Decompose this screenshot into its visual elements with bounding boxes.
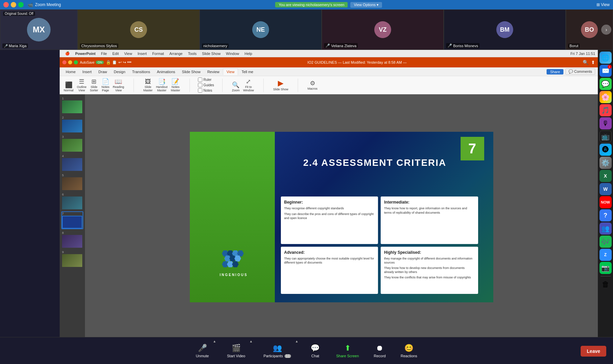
facetime-icon[interactable]: 📷 — [600, 262, 612, 274]
pp-fullscreen-btn[interactable] — [74, 60, 78, 64]
thumb-3[interactable]: 3 — [61, 134, 83, 152]
pp-share-icon[interactable]: ⬆ — [591, 60, 595, 65]
tools-menu[interactable]: Tools — [185, 50, 199, 57]
tab-tellme[interactable]: Tell me — [238, 69, 257, 75]
guides-checkbox[interactable]: Guides — [198, 83, 214, 87]
help-icon[interactable]: ? — [600, 209, 612, 221]
messages-icon[interactable]: 💬 — [600, 78, 612, 90]
tab-view[interactable]: View — [223, 68, 238, 75]
slideshow-menu[interactable]: Slide Show — [199, 50, 223, 57]
slideshow-play-btn[interactable]: ▶ Slide Show — [272, 78, 290, 92]
thumb-4[interactable]: 4 — [61, 154, 83, 172]
view-options-button[interactable]: View Options ▾ — [350, 2, 382, 8]
tab-insert[interactable]: Insert — [79, 69, 95, 75]
unmute-button[interactable]: 🎤 Unmute — [192, 341, 213, 361]
macros-btn[interactable]: ⚙ Macros — [306, 79, 319, 91]
thumb-8[interactable]: 8 — [61, 231, 83, 248]
notes-master-btn[interactable]: 📝 NotesMaster — [170, 77, 182, 93]
photos-icon[interactable]: 🌸 — [600, 91, 612, 103]
window-menu[interactable]: Window — [223, 50, 242, 57]
leave-button[interactable]: Leave — [581, 346, 606, 357]
unmute-arrow[interactable]: ▲ — [213, 339, 216, 343]
tab-design[interactable]: Design — [111, 69, 129, 75]
tv-icon[interactable]: 📺 — [600, 130, 612, 143]
participant-tile-chrysostomos[interactable]: CS Chrysostomos Stylios — [78, 9, 200, 50]
pp-close-btn[interactable] — [62, 60, 66, 64]
tab-home[interactable]: Home — [62, 69, 79, 75]
tab-review[interactable]: Review — [204, 69, 223, 75]
autosave-toggle[interactable]: ON — [96, 61, 104, 64]
handout-master-btn[interactable]: 📑 HandoutMaster — [155, 77, 169, 93]
thumb-7[interactable]: 7 — [61, 211, 83, 229]
safari-icon[interactable]: 🌐 — [600, 52, 612, 64]
thumb-6[interactable]: 6 — [61, 192, 83, 210]
pp-search-icon[interactable]: 🔍 — [583, 60, 588, 65]
participant-tile-boriss[interactable]: BM 🎤Boriss Misnevs — [444, 9, 566, 50]
thumb-9[interactable]: 9 — [61, 250, 83, 268]
sound-badge: Original Sound: Off — [3, 11, 35, 16]
appstore-icon[interactable]: 🅐 — [600, 144, 612, 156]
thumbnails-panel: 1 2 3 4 5 6 7 8 — [60, 94, 85, 355]
share-screen-button[interactable]: ⬆ Share Screen — [332, 341, 363, 361]
slide-canvas[interactable]: INGENIOUS 7 2.4 ASSESSMENT CRITERIA Begi… — [85, 94, 598, 340]
slide-master-btn[interactable]: 🖼 SlideMaster — [142, 78, 154, 93]
thumb-1[interactable]: 1 — [61, 96, 83, 114]
view-normal-btn[interactable]: ⬛ Normal — [62, 81, 75, 93]
next-participant-button[interactable]: › — [601, 25, 611, 35]
help-menu[interactable]: Help — [242, 50, 255, 57]
maximize-button[interactable] — [18, 2, 24, 7]
start-video-button[interactable]: 🎬 Start Video — [223, 341, 249, 361]
insert-menu[interactable]: Insert — [135, 50, 150, 57]
participant-tile-veliana[interactable]: VZ 🎤Veliana Zlateva — [322, 9, 444, 50]
apple-menu[interactable]: 🍎 — [62, 50, 72, 57]
mail-icon[interactable]: ✉️ 1 — [600, 65, 612, 77]
participant-tile-maria[interactable]: MX 🎤 Maria Xiga Original Sound: Off — [0, 9, 78, 50]
file-menu[interactable]: File — [98, 50, 110, 57]
arrange-menu[interactable]: Arrange — [167, 50, 185, 57]
format-menu[interactable]: Format — [149, 50, 167, 57]
video-arrow[interactable]: ▲ — [250, 339, 253, 343]
fit-window-btn[interactable]: ⤢ Fit toWindow — [242, 77, 255, 93]
close-button[interactable] — [3, 2, 9, 7]
notes-checkbox[interactable]: Notes — [198, 88, 214, 93]
thumb-5[interactable]: 5 — [61, 173, 83, 191]
spotify-icon[interactable]: 🎶 — [600, 236, 612, 248]
settings-icon[interactable]: ⚙️ — [600, 157, 612, 169]
chat-button[interactable]: 💬 Chat — [305, 341, 325, 361]
view-reading-btn[interactable]: 📖 ReadingView — [112, 77, 126, 93]
avatar-chrysostomos: CS — [130, 21, 147, 38]
view-notes-btn[interactable]: 📄 NotesPage — [100, 77, 111, 93]
teams-icon[interactable]: 👥 — [600, 222, 612, 235]
pp-minimize-btn[interactable] — [68, 60, 72, 64]
music-icon[interactable]: 🎵 — [600, 104, 612, 116]
participants-arrow[interactable]: ▲ — [295, 339, 298, 343]
tab-transitions[interactable]: Transitions — [129, 69, 153, 75]
participants-button[interactable]: 👥 Participants 11 — [259, 341, 295, 361]
pp-comments-button[interactable]: 💬 Comments — [565, 68, 595, 75]
minimize-button[interactable] — [11, 2, 16, 7]
intermediate-point-1: They know how to report, give informatio… — [384, 206, 475, 215]
tab-draw[interactable]: Draw — [95, 69, 111, 75]
view-outline-btn[interactable]: ☰ OutlineView — [76, 77, 88, 93]
podcasts-icon[interactable]: 🎙 — [600, 117, 612, 129]
trash-icon[interactable]: 🗑 — [600, 278, 612, 291]
edit-menu[interactable]: Edit — [110, 50, 121, 57]
ruler-checkbox[interactable]: Ruler — [198, 78, 214, 82]
tab-slideshow[interactable]: Slide Show — [179, 69, 204, 75]
beginner-point-2: They can describe the pros and cons of d… — [284, 212, 375, 220]
zoom-btn[interactable]: 🔍 Zoom — [231, 81, 241, 93]
record-button[interactable]: ⏺ Record — [370, 341, 390, 361]
pp-share-button[interactable]: Share — [547, 69, 563, 74]
excel-icon[interactable]: X — [600, 170, 612, 182]
tab-animations[interactable]: Animations — [153, 69, 178, 75]
word-icon[interactable]: W — [600, 183, 612, 195]
now-icon[interactable]: NOW — [600, 196, 612, 208]
thumb-2[interactable]: 2 — [61, 115, 83, 133]
view-menu[interactable]: View — [121, 50, 135, 57]
microphone-off-icon: 🎤 — [198, 344, 207, 353]
view-sorter-btn[interactable]: ⊞ SlideSorter — [89, 77, 100, 93]
app-menu-powerpoint[interactable]: PowerPoint — [72, 50, 98, 57]
reactions-button[interactable]: 😊 Reactions — [397, 341, 421, 361]
participant-tile-nicholas[interactable]: NE nicholasemery — [200, 9, 322, 50]
zoom-dock-icon[interactable]: Z — [600, 249, 612, 261]
